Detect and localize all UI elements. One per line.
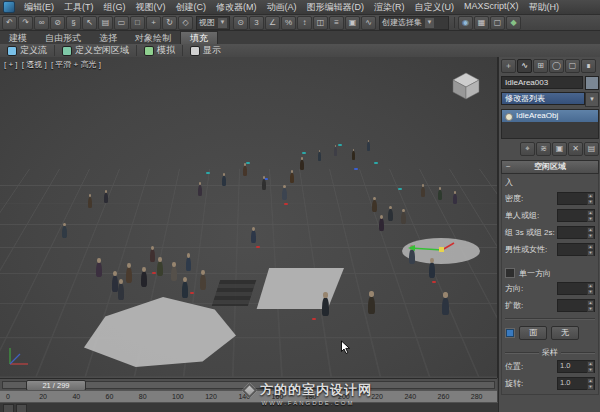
pin-stack-icon[interactable]: ⌖ xyxy=(520,142,535,156)
ribbon-tab-填充[interactable]: 填充 xyxy=(180,31,218,44)
select-link-icon[interactable]: ∞ xyxy=(34,16,49,30)
crowd-person[interactable] xyxy=(368,296,375,314)
viewport-menu-plus[interactable]: [ + ] xyxy=(4,60,18,69)
make-unique-icon[interactable]: ▣ xyxy=(552,142,567,156)
render-setup-icon[interactable]: ▦ xyxy=(474,16,489,30)
viewport-menu-shading[interactable]: [ 平滑 + 高光 ] xyxy=(51,60,101,69)
mirror-icon[interactable]: ◫ xyxy=(313,16,328,30)
isolate-selection-icon[interactable] xyxy=(3,404,14,412)
snap-toggle-icon[interactable]: 3 xyxy=(249,16,264,30)
spinner-value[interactable] xyxy=(558,193,587,204)
curve-editor-icon[interactable]: ∿ xyxy=(361,16,376,30)
percent-snap-icon[interactable]: % xyxy=(281,16,296,30)
parameter-spinner[interactable]: ▲▼ xyxy=(557,226,595,239)
spinner-value[interactable]: 1.0 xyxy=(558,361,587,372)
create-tab-icon[interactable]: ＋ xyxy=(501,59,516,73)
crowd-person[interactable] xyxy=(372,200,377,212)
spinner-value[interactable] xyxy=(558,227,587,238)
scale-icon[interactable]: ◇ xyxy=(178,16,193,30)
modify-tab-icon[interactable]: ∿ xyxy=(517,59,532,73)
menu-item[interactable]: 帮助(H) xyxy=(524,1,565,14)
use-pivot-icon[interactable]: ⊙ xyxy=(233,16,248,30)
crowd-person[interactable] xyxy=(442,297,449,315)
parameter-spinner[interactable]: 1.0▲▼ xyxy=(557,360,595,373)
spinner-down-icon[interactable]: ▼ xyxy=(587,384,594,390)
crowd-person[interactable] xyxy=(157,261,163,276)
menu-item[interactable]: 工具(T) xyxy=(59,1,99,14)
layer-manager-icon[interactable]: ▣ xyxy=(345,16,360,30)
ribbon-tool-定义空闲区域[interactable]: 定义空闲区域 xyxy=(55,44,136,57)
crowd-person[interactable] xyxy=(118,283,124,300)
crowd-person[interactable] xyxy=(322,297,329,316)
selection-filter-icon[interactable]: □ xyxy=(130,16,145,30)
spinner-value[interactable] xyxy=(558,210,587,221)
spinner-arrows[interactable]: ▲▼ xyxy=(587,361,594,372)
ribbon-tool-模拟[interactable]: 模拟 xyxy=(137,44,182,57)
object-color-swatch[interactable] xyxy=(585,76,599,90)
menu-item[interactable]: MAXScript(X) xyxy=(459,1,524,14)
menu-item[interactable]: 编辑(E) xyxy=(19,1,59,14)
crowd-person[interactable] xyxy=(182,281,188,298)
face-checkbox[interactable] xyxy=(505,328,515,338)
viewport-menu-view[interactable]: [ 透视 ] xyxy=(22,60,47,69)
ribbon-tab-自由形式[interactable]: 自由形式 xyxy=(36,32,90,44)
menu-item[interactable]: 渲染(R) xyxy=(369,1,410,14)
parameter-spinner[interactable]: ▲▼ xyxy=(557,243,595,256)
spinner-value[interactable] xyxy=(558,300,587,311)
spinner-snap-icon[interactable]: ↕ xyxy=(297,16,312,30)
spinner-arrows[interactable]: ▲▼ xyxy=(587,283,594,294)
spinner-arrows[interactable]: ▲▼ xyxy=(587,300,594,311)
spinner-down-icon[interactable]: ▼ xyxy=(587,216,594,222)
crowd-person[interactable] xyxy=(171,266,177,281)
crowd-person[interactable] xyxy=(243,166,247,176)
crowd-person[interactable] xyxy=(251,230,256,243)
crowd-person[interactable] xyxy=(300,160,304,170)
crowd-person[interactable] xyxy=(388,209,393,221)
redo-icon[interactable]: ↷ xyxy=(18,16,33,30)
show-end-result-icon[interactable]: ≋ xyxy=(536,142,551,156)
menu-item[interactable]: 视图(V) xyxy=(131,1,171,14)
stack-item-idleareaobj[interactable]: IdleAreaObj xyxy=(502,110,598,122)
utilities-tab-icon[interactable]: ∎ xyxy=(581,59,596,73)
crowd-person[interactable] xyxy=(186,257,191,271)
crowd-person[interactable] xyxy=(282,188,287,200)
parameter-spinner[interactable]: ▲▼ xyxy=(557,282,595,295)
menu-item[interactable]: 组(G) xyxy=(99,1,131,14)
spinner-down-icon[interactable]: ▼ xyxy=(587,367,594,373)
select-object-icon[interactable]: ↖ xyxy=(82,16,97,30)
collapse-icon[interactable]: − xyxy=(506,161,511,173)
spinner-arrows[interactable]: ▲▼ xyxy=(587,210,594,221)
crowd-person[interactable] xyxy=(126,267,132,283)
selection-region-icon[interactable]: ▭ xyxy=(114,16,129,30)
crowd-person[interactable] xyxy=(62,226,67,238)
modifier-list-dropdown[interactable]: 修改器列表 ▼ xyxy=(501,92,599,107)
motion-tab-icon[interactable]: ◯ xyxy=(549,59,564,73)
crowd-person[interactable] xyxy=(141,271,147,287)
unlink-icon[interactable]: ⊘ xyxy=(50,16,65,30)
crowd-person[interactable] xyxy=(334,147,337,156)
single-direction-checkbox[interactable] xyxy=(505,268,515,278)
spinner-down-icon[interactable]: ▼ xyxy=(587,306,594,312)
selection-lock-icon[interactable] xyxy=(16,404,27,412)
menu-item[interactable]: 动画(A) xyxy=(262,1,302,14)
spinner-value[interactable] xyxy=(558,244,587,255)
crowd-person[interactable] xyxy=(367,142,370,151)
configure-modifier-icon[interactable]: ▤ xyxy=(584,142,599,156)
named-selection-dropdown[interactable]: 创建选择集 ▼ xyxy=(379,16,449,30)
spinner-down-icon[interactable]: ▼ xyxy=(587,233,594,239)
remove-modifier-icon[interactable]: ✕ xyxy=(568,142,583,156)
crowd-person[interactable] xyxy=(421,187,425,197)
align-icon[interactable]: ≡ xyxy=(329,16,344,30)
spinner-down-icon[interactable]: ▼ xyxy=(587,289,594,295)
none-button[interactable]: 无 xyxy=(551,326,579,340)
perspective-viewport[interactable]: [ + ] [ 透视 ] [ 平滑 + 高光 ] xyxy=(0,57,498,378)
crowd-person[interactable] xyxy=(88,197,92,208)
rotate-icon[interactable]: ↻ xyxy=(162,16,177,30)
menu-item[interactable]: 修改器(M) xyxy=(211,1,262,14)
menu-item[interactable]: 图形编辑器(D) xyxy=(302,1,370,14)
modifier-stack[interactable]: IdleAreaObj xyxy=(501,109,599,139)
crowd-person[interactable] xyxy=(453,194,457,204)
crowd-person[interactable] xyxy=(150,249,155,262)
crowd-person[interactable] xyxy=(262,179,266,190)
spinner-value[interactable] xyxy=(558,283,587,294)
